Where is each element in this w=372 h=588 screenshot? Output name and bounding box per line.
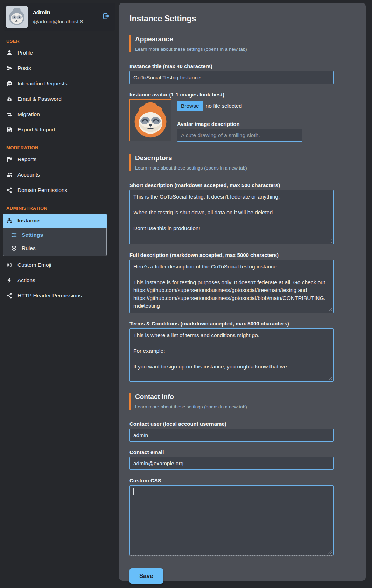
short-description-field: Short description (markdown accepted, ma… [129, 182, 334, 244]
sidebar-item-custom-emoji[interactable]: Custom Emoji [3, 257, 115, 273]
custom-css-label: Custom CSS [129, 478, 334, 483]
sidebar-item-email-password[interactable]: Email & Password [3, 91, 115, 107]
instance-avatar-field: Instance avatar (1:1 images look best) [129, 92, 334, 142]
arrows-swap-icon [6, 111, 13, 117]
sidebar-item-posts[interactable]: Posts [3, 60, 115, 76]
users-icon [6, 172, 13, 178]
avatar-description-input[interactable] [177, 129, 302, 142]
user-handle: @admin@localhost:8... [33, 19, 97, 24]
sidebar-item-label: Instance [17, 217, 40, 224]
sidebar-item-rules[interactable]: Rules [3, 242, 106, 255]
section-label-moderation: MODERATION [3, 142, 115, 152]
sign-out-icon[interactable] [102, 12, 111, 22]
contact-email-field: Contact email [129, 449, 334, 470]
sidebar-item-interaction-requests[interactable]: Interaction Requests [3, 76, 115, 91]
sidebar-item-http-header-permissions[interactable]: HTTP Header Permissions [3, 288, 115, 303]
sidebar-item-label: Posts [17, 65, 31, 71]
sidebar-item-label: Export & Import [17, 127, 55, 133]
smiley-icon [6, 262, 13, 268]
bolt-icon [6, 277, 13, 284]
sidebar-item-actions[interactable]: Actions [3, 273, 115, 288]
text-cursor [133, 488, 134, 495]
short-description-textarea[interactable]: This is the GoToSocial testrig. It doesn… [129, 190, 334, 244]
sidebar-item-label: Settings [22, 232, 43, 238]
section-label-user: USER [3, 35, 115, 45]
full-description-field: Full description (markdown accepted, max… [129, 252, 334, 313]
avatar-description-label: Avatar image description [177, 121, 302, 127]
sidebar-item-export-import[interactable]: Export & Import [3, 122, 115, 137]
descriptors-section-header: Descriptors Learn more about these setti… [129, 154, 334, 171]
full-description-textarea[interactable]: Here's a fuller description of the GoToS… [129, 260, 334, 313]
contact-email-label: Contact email [129, 449, 334, 455]
contact-heading: Contact info [135, 393, 334, 401]
file-status-text: no file selected [206, 103, 242, 109]
sidebar-item-label: Interaction Requests [17, 80, 67, 87]
sidebar-item-label: Migration [17, 111, 40, 117]
user-names: admin @admin@localhost:8... [33, 9, 97, 24]
sidebar-item-instance[interactable]: Instance [3, 214, 107, 228]
divider [3, 201, 107, 201]
instance-avatar-preview [129, 99, 171, 141]
divider [3, 34, 107, 34]
custom-css-textarea[interactable] [129, 485, 334, 555]
user-icon [6, 50, 13, 56]
sidebar-item-label: Accounts [17, 172, 40, 178]
terms-field: Terms & Conditions (markdown accepted, m… [129, 321, 334, 382]
sidebar-item-label: Domain Permissions [17, 187, 67, 193]
sidebar-item-reports[interactable]: Reports [3, 152, 115, 167]
paper-plane-icon [6, 65, 13, 71]
terms-label: Terms & Conditions (markdown accepted, m… [129, 321, 334, 327]
sidebar-item-profile[interactable]: Profile [3, 45, 115, 60]
section-label-administration: ADMINISTRATION [3, 202, 115, 212]
instance-nav-group: Instance Settings Rules [3, 214, 107, 256]
terms-textarea[interactable]: This is where a list of terms and condit… [129, 328, 334, 382]
app-root: admin @admin@localhost:8... USER Profile… [0, 0, 372, 588]
contact-user-input[interactable] [129, 429, 334, 442]
instance-title-label: Instance title (max 40 characters) [129, 63, 334, 69]
sidebar-item-migration[interactable]: Migration [3, 107, 115, 122]
full-description-label: Full description (markdown accepted, max… [129, 252, 334, 258]
sloth-avatar-grey [6, 6, 28, 28]
sidebar-item-label: Custom Emoji [17, 262, 51, 268]
sidebar-item-label: Email & Password [17, 96, 62, 102]
sidebar-item-label: HTTP Header Permissions [17, 293, 82, 299]
sidebar-item-label: Actions [17, 277, 35, 284]
sitemap-icon [6, 217, 13, 224]
custom-css-field: Custom CSS [129, 478, 334, 555]
instance-title-field: Instance title (max 40 characters) [129, 63, 334, 84]
sidebar-item-domain-permissions[interactable]: Domain Permissions [3, 182, 115, 198]
contact-section-header: Contact info Learn more about these sett… [129, 393, 334, 410]
floppy-disk-icon [6, 127, 13, 133]
sidebar-item-label: Reports [17, 156, 36, 163]
appearance-learn-more-link[interactable]: Learn more about these settings (opens i… [135, 46, 247, 52]
divider [3, 141, 107, 141]
instance-submenu: Settings Rules [3, 228, 107, 256]
contact-user-label: Contact user (local account username) [129, 421, 334, 427]
comment-dots-icon [6, 80, 13, 87]
sloth-avatar-orange [130, 100, 171, 141]
contact-learn-more-link[interactable]: Learn more about these settings (opens i… [135, 404, 247, 409]
contact-user-field: Contact user (local account username) [129, 421, 334, 442]
flag-icon [6, 156, 13, 163]
instance-avatar-label: Instance avatar (1:1 images look best) [129, 92, 334, 98]
sidebar-item-accounts[interactable]: Accounts [3, 167, 115, 182]
share-nodes-icon [6, 187, 13, 193]
user-card: admin @admin@localhost:8... [3, 3, 115, 31]
short-description-label: Short description (markdown accepted, ma… [129, 182, 334, 188]
save-button[interactable]: Save [129, 568, 163, 584]
sliders-icon [11, 232, 17, 238]
sidebar-item-label: Profile [17, 50, 33, 56]
main-panel: Instance Settings Appearance Learn more … [119, 3, 366, 581]
instance-title-input[interactable] [129, 71, 334, 84]
sidebar: admin @admin@localhost:8... USER Profile… [3, 3, 115, 581]
descriptors-learn-more-link[interactable]: Learn more about these settings (opens i… [135, 165, 247, 171]
sidebar-item-label: Rules [22, 245, 36, 251]
browse-button[interactable]: Browse [177, 101, 203, 111]
contact-email-input[interactable] [129, 457, 334, 470]
user-name: admin [33, 9, 97, 16]
sidebar-item-settings[interactable]: Settings [3, 228, 106, 242]
page-title: Instance Settings [129, 14, 334, 23]
circle-dot-icon [11, 245, 17, 251]
share-nodes-icon [6, 293, 13, 299]
appearance-heading: Appearance [135, 35, 334, 43]
